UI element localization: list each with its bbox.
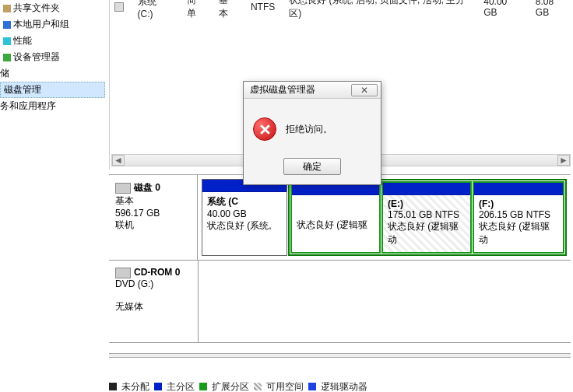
tree-item-performance[interactable]: 性能	[0, 33, 105, 49]
vol-cap: 40.00 GB	[483, 0, 522, 18]
partition-header	[474, 183, 563, 195]
partition-logical-1[interactable]: 状态良好 (逻辑驱	[290, 181, 381, 254]
legend-swatch-free	[254, 383, 262, 390]
legend-swatch-unallocated	[109, 383, 117, 390]
cdrom-partitions	[199, 261, 571, 342]
nav-tree: 共享文件夹 本地用户和组 性能 设备管理器 储 磁盘管理 务和应用程序	[0, 0, 105, 392]
legend: 未分配 主分区 扩展分区 可用空间 逻辑驱动器	[109, 381, 573, 392]
disk-icon	[115, 183, 131, 194]
vol-type: 基本	[219, 0, 237, 20]
close-button[interactable]: ✕	[351, 84, 378, 96]
partition-f[interactable]: (F:) 206.15 GB NTFS 状态良好 (逻辑驱动	[473, 181, 564, 254]
device-icon	[3, 54, 11, 61]
legend-swatch-logical	[308, 383, 316, 390]
scroll-left-icon[interactable]: ◄	[112, 155, 125, 166]
disk-0-label[interactable]: 磁盘 0 基本 596.17 GB 联机	[109, 175, 198, 260]
error-icon	[253, 117, 276, 141]
legend-swatch-extended	[199, 383, 207, 390]
partition-c[interactable]: 系统 (C 40.00 GB 状态良好 (系统,	[202, 179, 287, 256]
cdrom-icon	[115, 268, 131, 278]
vol-free: 8.08 GB	[536, 0, 568, 18]
close-icon: ✕	[360, 85, 368, 96]
tree-item-services-apps[interactable]: 务和应用程序	[0, 98, 105, 114]
cdrom-row: CD-ROM 0 DVD (G:) 无媒体	[109, 261, 571, 343]
perf-icon	[3, 37, 11, 45]
ok-button[interactable]: 确定	[283, 158, 341, 175]
volume-row[interactable]: 系统 (C:) 简单 基本 NTFS 状态良好 (系统, 启动, 页面文件, 活…	[110, 0, 573, 14]
dialog-buttons: 确定	[244, 152, 381, 184]
tree-item-local-users[interactable]: 本地用户和组	[0, 16, 105, 33]
legend-swatch-primary	[154, 383, 162, 390]
dialog-message: 拒绝访问。	[286, 123, 332, 136]
folder-icon	[3, 5, 11, 12]
extended-partition: 状态良好 (逻辑驱 (E:) 175.01 GB NTFS 状态良好 (逻辑驱动…	[288, 179, 567, 256]
partition-e[interactable]: (E:) 175.01 GB NTFS 状态良好 (逻辑驱动	[381, 181, 472, 254]
dialog-title: 虚拟磁盘管理器	[250, 83, 315, 96]
disk-map: 磁盘 0 基本 596.17 GB 联机 系统 (C 40.00 GB 状态良好…	[109, 174, 571, 347]
dialog-titlebar[interactable]: 虚拟磁盘管理器 ✕	[244, 82, 381, 99]
vol-fs: NTFS	[251, 2, 275, 12]
disk-0-row: 磁盘 0 基本 596.17 GB 联机 系统 (C 40.00 GB 状态良好…	[109, 175, 571, 261]
cdrom-label[interactable]: CD-ROM 0 DVD (G:) 无媒体	[109, 261, 199, 342]
disk-0-partitions: 系统 (C 40.00 GB 状态良好 (系统, 状态良好 (逻辑驱 (E:) …	[198, 175, 571, 260]
volume-icon	[114, 2, 124, 12]
partition-header	[383, 183, 470, 195]
dialog-body: 拒绝访问。	[244, 99, 381, 152]
splitter[interactable]	[109, 353, 571, 358]
tree-item-disk-management[interactable]: 磁盘管理	[0, 82, 105, 98]
vol-layout: 简单	[187, 0, 205, 20]
tree-item-device-manager[interactable]: 设备管理器	[0, 49, 105, 65]
tree-item-storage[interactable]: 储	[0, 65, 105, 82]
error-dialog: 虚拟磁盘管理器 ✕ 拒绝访问。 确定	[243, 81, 381, 185]
users-icon	[3, 21, 11, 29]
tree-item-shared-folders[interactable]: 共享文件夹	[0, 0, 105, 16]
scroll-right-icon[interactable]: ►	[557, 155, 570, 166]
vol-name: 系统 (C:)	[138, 0, 173, 19]
vol-status: 状态良好 (系统, 启动, 页面文件, 活动, 主分区)	[289, 0, 469, 20]
